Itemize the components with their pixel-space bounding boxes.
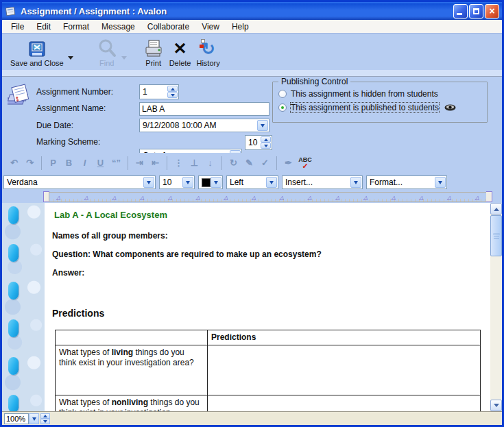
font-family-combo[interactable]: Verdana: [3, 175, 156, 189]
find-button[interactable]: Find: [94, 36, 120, 68]
refresh-icon[interactable]: ↻: [226, 156, 241, 171]
title-bar[interactable]: Assignment / Assignment : Avalon ×: [2, 2, 502, 20]
font-size-dropdown-icon[interactable]: [182, 177, 193, 188]
nonliving-question-bold: nonliving: [112, 398, 148, 407]
marking-value-spin-buttons[interactable]: [261, 136, 271, 149]
table-header-predictions-cell[interactable]: Predictions: [208, 330, 481, 345]
hidden-option-row[interactable]: This assignment is hidden from students: [278, 89, 438, 99]
maximize-button[interactable]: [469, 4, 483, 19]
format-dropdown-icon[interactable]: [435, 177, 446, 188]
living-answer-cell[interactable]: [208, 345, 481, 395]
published-option-row[interactable]: This assignment is published to students: [278, 103, 456, 112]
tab-stop-icon[interactable]: ⊥: [187, 156, 202, 171]
indent-decrease-icon[interactable]: ⇤: [147, 156, 163, 171]
zoom-value[interactable]: 100%: [4, 413, 29, 424]
alignment-dropdown-icon[interactable]: [266, 177, 277, 188]
predictions-table: Predictions What types of living things …: [55, 330, 481, 411]
right-indent-marker[interactable]: [486, 191, 492, 202]
due-date-dropdown-icon[interactable]: [257, 120, 268, 131]
assignment-number-label: Assignment Number:: [36, 87, 113, 97]
format-combo[interactable]: Format...: [366, 175, 447, 189]
italic-icon[interactable]: I: [77, 156, 93, 171]
save-and-close-button[interactable]: Save and Close: [8, 36, 67, 68]
document-area: Lab A - A Local Ecosystem Names of all g…: [2, 203, 502, 411]
font-family-dropdown-icon[interactable]: [143, 177, 154, 188]
font-family-value: Verdana: [7, 178, 38, 187]
answer-line: Answer:: [52, 268, 84, 278]
menu-bar: File Edit Format Message Collaborate Vie…: [2, 20, 502, 34]
save-dropdown-arrow-icon[interactable]: [68, 56, 73, 62]
scroll-down-icon[interactable]: [490, 400, 502, 411]
font-size-combo[interactable]: 10: [159, 175, 195, 189]
publishing-control-group: Publishing Control This assignment is hi…: [272, 82, 488, 123]
marking-value: 10: [248, 138, 257, 147]
document-editor[interactable]: Lab A - A Local Ecosystem Names of all g…: [2, 203, 490, 411]
accept-icon[interactable]: ✓: [257, 156, 273, 171]
nonliving-answer-cell[interactable]: [208, 395, 481, 412]
assignment-number-spinner[interactable]: 1: [139, 84, 179, 99]
living-question-pre: What types of: [59, 347, 112, 357]
font-color-combo[interactable]: [198, 175, 223, 189]
nonliving-question-cell[interactable]: What types of nonliving things do you th…: [56, 395, 208, 412]
signature-icon[interactable]: ✒: [280, 156, 296, 171]
zoom-control[interactable]: 100%: [4, 413, 50, 424]
find-dropdown-arrow-icon[interactable]: [121, 56, 127, 62]
app-window: Assignment / Assignment : Avalon × File …: [0, 0, 504, 427]
zoom-dropdown-icon[interactable]: [29, 413, 39, 424]
bold-icon[interactable]: B: [61, 156, 77, 171]
living-question-cell[interactable]: What types of living things do you think…: [56, 345, 208, 395]
font-color-dropdown-icon[interactable]: [211, 177, 221, 188]
underline-icon[interactable]: U: [93, 156, 108, 171]
close-button[interactable]: ×: [485, 4, 499, 19]
menu-message[interactable]: Message: [95, 21, 141, 33]
assignment-name-input[interactable]: LAB A: [139, 102, 269, 116]
print-button[interactable]: Print: [141, 36, 167, 68]
living-question-bold: living: [112, 347, 133, 357]
delete-label: Delete: [169, 59, 191, 67]
scrollbar-thumb[interactable]: [490, 215, 502, 256]
assignment-number-spin-buttons[interactable]: [167, 86, 178, 98]
delete-button[interactable]: ✕ Delete: [167, 36, 194, 68]
vertical-scrollbar[interactable]: [490, 203, 502, 411]
binding-pill-icon: [8, 282, 19, 300]
menu-file[interactable]: File: [5, 21, 30, 33]
alignment-combo[interactable]: Left: [226, 175, 278, 189]
zoom-spin-buttons[interactable]: [40, 413, 50, 424]
menu-collaborate[interactable]: Collaborate: [141, 21, 195, 33]
paragraph-style-icon[interactable]: P: [45, 156, 61, 171]
insert-dropdown-icon[interactable]: [350, 177, 361, 188]
published-radio[interactable]: [278, 103, 287, 112]
assignment-form: Assignment Number: 1 Assignment Name: LA…: [2, 77, 502, 153]
due-date-label: Due Date:: [36, 121, 73, 130]
window-title: Assignment / Assignment : Avalon: [21, 6, 452, 16]
menu-view[interactable]: View: [195, 21, 226, 33]
due-date-combo[interactable]: 9/12/2008 10:00 AM: [139, 119, 269, 132]
menu-format[interactable]: Format: [57, 21, 95, 33]
menu-edit[interactable]: Edit: [30, 21, 57, 33]
binding-pill-icon: [8, 206, 19, 224]
save-and-close-label: Save and Close: [10, 59, 64, 67]
tab-leader-icon[interactable]: ⋮: [171, 156, 187, 171]
minimize-button[interactable]: [453, 4, 468, 19]
scroll-up-icon[interactable]: [490, 203, 502, 215]
table-header-empty-cell[interactable]: [56, 330, 208, 345]
hidden-radio[interactable]: [278, 90, 287, 98]
history-button[interactable]: ↻ History: [193, 36, 222, 68]
menu-help[interactable]: Help: [226, 21, 255, 33]
history-icon: ↻: [201, 38, 215, 59]
preview-eye-icon[interactable]: [444, 104, 456, 111]
pen-icon[interactable]: ✎: [241, 156, 257, 171]
ruler[interactable]: △△△△ △△△△ △△△△ △△△△: [49, 192, 487, 202]
hidden-option-label: This assignment is hidden from students: [291, 89, 438, 99]
indent-increase-icon[interactable]: ⇥: [132, 156, 147, 171]
insert-combo[interactable]: Insert...: [282, 175, 363, 189]
insert-below-icon[interactable]: ↓: [202, 156, 218, 171]
spellcheck-icon[interactable]: ABC ✓: [296, 157, 314, 169]
insert-value: Insert...: [285, 178, 313, 187]
redo-icon[interactable]: ↷: [22, 156, 38, 171]
history-label: History: [196, 59, 219, 67]
ruler-bar: △△△△ △△△△ △△△△ △△△△: [2, 191, 502, 203]
marking-value-spinner[interactable]: 10: [245, 135, 272, 150]
undo-icon[interactable]: ↶: [6, 156, 22, 171]
quotes-icon[interactable]: “”: [108, 156, 124, 171]
